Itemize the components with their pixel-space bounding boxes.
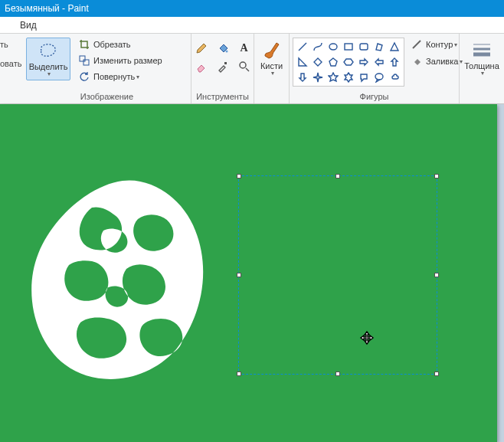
thickness-icon: [470, 39, 494, 61]
shape-star4[interactable]: [311, 70, 325, 84]
drawn-artwork: [23, 177, 222, 391]
shape-fill-button[interactable]: Заливка ▾: [407, 54, 466, 68]
group-label-thickness-spacer: [463, 90, 501, 103]
shape-star6[interactable]: [342, 70, 355, 84]
svg-point-4: [240, 62, 246, 68]
shape-star5[interactable]: [326, 70, 340, 84]
picker-tool[interactable]: [216, 60, 230, 74]
resize-handle-tl[interactable]: [237, 174, 241, 178]
resize-handle-l[interactable]: [237, 273, 241, 277]
svg-point-8: [375, 74, 383, 80]
eraser-tool[interactable]: [195, 60, 208, 74]
magnifier-tool[interactable]: [237, 60, 251, 74]
group-label-shapes: Фигуры: [293, 90, 456, 103]
chevron-down-icon: ▾: [481, 70, 484, 77]
outline-icon: [411, 38, 423, 51]
shape-diamond[interactable]: [311, 55, 325, 69]
svg-rect-0: [80, 56, 85, 61]
text-tool[interactable]: A: [237, 41, 251, 55]
resize-handle-r[interactable]: [434, 273, 439, 277]
clipped-text-2: овать: [0, 59, 23, 68]
group-label-tools: Инструменты: [195, 90, 250, 103]
clipped-text-1: ть: [0, 40, 23, 49]
shape-arrow-left[interactable]: [372, 55, 386, 69]
menu-bar: Вид: [0, 17, 504, 34]
svg-rect-6: [345, 44, 352, 50]
shape-callout-cloud[interactable]: [388, 70, 401, 84]
brushes-button[interactable]: Кисти ▾: [257, 38, 286, 79]
shape-polygon[interactable]: [372, 40, 386, 54]
svg-rect-7: [360, 44, 368, 50]
resize-icon: [78, 54, 90, 67]
chevron-down-icon: ▾: [47, 71, 51, 78]
shape-outline-button[interactable]: Контур ▾: [407, 38, 466, 51]
svg-point-5: [329, 44, 337, 50]
shape-arrow-down[interactable]: [296, 70, 309, 84]
chevron-down-icon: ▾: [454, 41, 457, 48]
crop-button[interactable]: Обрезать: [75, 38, 165, 51]
resize-handle-tr[interactable]: [434, 174, 439, 178]
chevron-down-icon: ▾: [136, 74, 139, 80]
group-shapes: Контур ▾ Заливка ▾ Фигуры: [290, 34, 460, 103]
rotate-button[interactable]: Повернуть ▾: [75, 70, 165, 83]
svg-rect-1: [83, 60, 89, 65]
selection-marquee[interactable]: [238, 175, 437, 375]
outline-label: Контур: [426, 40, 453, 49]
fill-tool[interactable]: [216, 41, 230, 55]
svg-point-2: [225, 51, 227, 53]
thickness-button[interactable]: Толщина ▾: [463, 38, 501, 79]
group-label-brushes-spacer: [257, 90, 286, 103]
resize-handle-t[interactable]: [335, 174, 340, 178]
brush-icon: [260, 39, 284, 61]
shape-curve[interactable]: [311, 40, 325, 54]
group-thickness: Толщина ▾: [460, 34, 504, 103]
crop-icon: [78, 38, 90, 51]
clipboard-group-clipped: ть овать: [0, 34, 23, 103]
shape-line[interactable]: [296, 40, 309, 54]
menu-view[interactable]: Вид: [14, 18, 43, 32]
select-button[interactable]: Выделить ▾: [26, 38, 70, 80]
resize-handle-bl[interactable]: [237, 372, 241, 376]
canvas-workspace: [0, 104, 504, 442]
resize-handle-br[interactable]: [434, 372, 439, 376]
resize-button[interactable]: Изменить размер: [75, 54, 165, 67]
pencil-tool[interactable]: [195, 41, 208, 55]
crop-label: Обрезать: [93, 40, 131, 49]
shape-rect[interactable]: [342, 40, 355, 54]
canvas[interactable]: [0, 104, 497, 442]
lasso-select-icon: [36, 40, 61, 61]
shape-oval[interactable]: [326, 40, 340, 54]
group-image: Выделить ▾ Обрезать Изменить размер: [23, 34, 191, 103]
chevron-down-icon: ▾: [271, 70, 274, 77]
shape-triangle[interactable]: [388, 40, 401, 54]
window-titlebar: Безымянный - Paint: [0, 0, 504, 17]
shape-pentagon[interactable]: [326, 55, 340, 69]
rotate-label: Повернуть: [93, 72, 135, 81]
shape-right-triangle[interactable]: [296, 55, 309, 69]
shapes-gallery[interactable]: [293, 38, 404, 87]
shape-callout-oval[interactable]: [372, 70, 386, 84]
shape-hexagon[interactable]: [342, 55, 355, 69]
group-label-image: Изображение: [26, 90, 188, 103]
shape-callout-round[interactable]: [357, 70, 371, 84]
resize-label: Изменить размер: [93, 56, 162, 65]
shape-arrow-up[interactable]: [388, 55, 401, 69]
resize-handle-b[interactable]: [335, 372, 340, 376]
svg-rect-3: [224, 62, 227, 64]
fill-icon: [411, 55, 423, 67]
fill-label: Заливка: [426, 57, 458, 66]
move-cursor-icon: [359, 330, 375, 345]
window-title: Безымянный - Paint: [5, 3, 89, 14]
rotate-icon: [78, 70, 90, 83]
group-brushes: Кисти ▾: [254, 34, 290, 103]
shape-roundrect[interactable]: [357, 40, 371, 54]
shape-arrow-right[interactable]: [357, 55, 371, 69]
ribbon: ть овать Выделить ▾ Обрезать: [0, 34, 504, 104]
group-tools: A Инструменты: [191, 34, 254, 103]
